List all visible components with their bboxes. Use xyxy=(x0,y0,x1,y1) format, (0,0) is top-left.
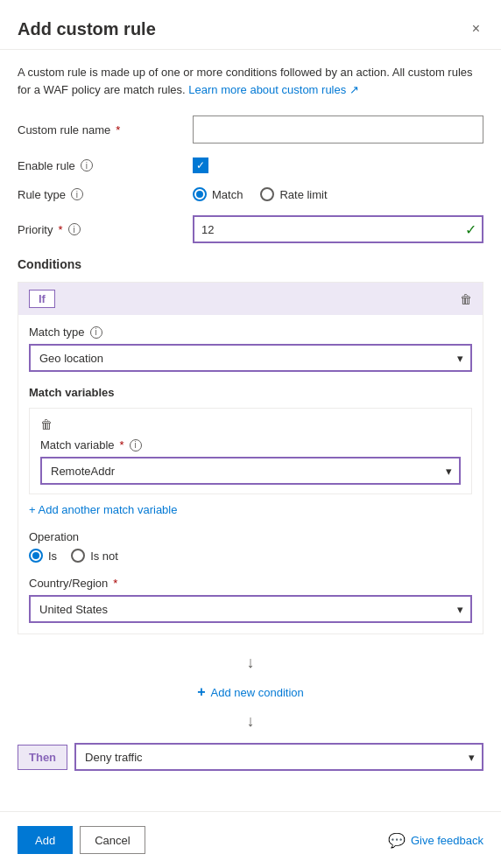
rate-limit-radio-label: Rate limit xyxy=(279,188,327,201)
operation-is-radio-inner xyxy=(32,552,39,559)
operation-is-radio-outer xyxy=(29,549,43,563)
match-variable-info-icon[interactable]: i xyxy=(130,439,142,452)
priority-input-wrapper: ✓ xyxy=(193,215,483,243)
custom-rule-name-row: Custom rule name * xyxy=(18,116,483,144)
down-arrow-icon: ↓ xyxy=(247,654,255,672)
match-radio-inner xyxy=(196,191,203,198)
priority-valid-icon: ✓ xyxy=(465,221,476,238)
custom-rule-name-input[interactable] xyxy=(193,116,483,144)
rule-type-label: Rule type i xyxy=(18,188,193,201)
match-variable-field-label: Match variable * i xyxy=(40,438,461,452)
match-radio-label: Match xyxy=(212,188,243,201)
operation-label: Operation xyxy=(29,530,472,543)
priority-input[interactable] xyxy=(193,215,483,243)
learn-more-link[interactable]: Learn more about custom rules ↗ xyxy=(188,83,359,96)
add-match-variable-link[interactable]: + Add another match variable xyxy=(29,503,177,516)
footer-buttons: Add Cancel xyxy=(18,826,145,854)
operation-is-not-option[interactable]: Is not xyxy=(71,549,118,563)
give-feedback-link[interactable]: 💬 Give feedback xyxy=(388,832,483,849)
arrow-connector-top: ↓ xyxy=(18,648,483,677)
add-condition-plus-icon: + xyxy=(197,684,205,700)
add-new-condition-button[interactable]: + Add new condition xyxy=(18,677,483,707)
country-region-select-wrapper: United States ▾ xyxy=(29,595,472,623)
if-delete-icon[interactable]: 🗑 xyxy=(460,292,472,306)
required-star: * xyxy=(116,123,120,136)
match-radio-outer xyxy=(193,187,207,201)
rule-type-control: Match Rate limit xyxy=(193,187,483,201)
operation-is-not-radio-outer xyxy=(71,549,85,563)
rule-type-match-option[interactable]: Match xyxy=(193,187,243,201)
enable-rule-info-icon[interactable]: i xyxy=(81,159,93,172)
priority-label: Priority * i xyxy=(18,223,193,236)
match-variable-trash-wrapper: 🗑 xyxy=(40,417,461,431)
then-section: Then Deny traffic Allow traffic Log ▾ xyxy=(18,743,483,771)
then-action-select[interactable]: Deny traffic Allow traffic Log xyxy=(74,743,483,771)
description-text: A custom rule is made up of one or more … xyxy=(18,64,483,98)
if-label: If xyxy=(29,290,55,308)
then-select-wrapper: Deny traffic Allow traffic Log ▾ xyxy=(74,743,483,771)
match-variable-delete-icon[interactable]: 🗑 xyxy=(40,417,53,431)
priority-required-star: * xyxy=(58,223,62,236)
operation-is-label: Is xyxy=(48,550,57,563)
match-type-section: Match type i Geo location ▾ xyxy=(18,315,483,379)
rule-type-rate-limit-option[interactable]: Rate limit xyxy=(260,187,327,201)
if-bar: If 🗑 xyxy=(18,283,483,315)
conditions-box: If 🗑 Match type i Geo location ▾ Match xyxy=(18,282,483,634)
add-condition-label: Add new condition xyxy=(211,686,304,699)
custom-rule-name-control xyxy=(193,116,483,144)
then-label: Then xyxy=(18,745,67,770)
feedback-label: Give feedback xyxy=(411,834,483,847)
checkbox-checkmark: ✓ xyxy=(196,159,205,172)
enable-rule-control: ✓ xyxy=(193,158,483,173)
panel-body: A custom rule is made up of one or more … xyxy=(0,50,501,811)
country-region-section: Country/Region * United States ▾ xyxy=(18,570,483,634)
enable-rule-checkbox[interactable]: ✓ xyxy=(193,158,208,173)
match-type-field-label: Match type i xyxy=(29,326,472,339)
enable-rule-row: Enable rule i ✓ xyxy=(18,158,483,173)
operation-section: Operation Is Is not xyxy=(18,523,483,570)
arrow-connector-bottom: ↓ xyxy=(18,707,483,736)
rule-type-row: Rule type i Match Rate limit xyxy=(18,187,483,201)
add-custom-rule-panel: Add custom rule × A custom rule is made … xyxy=(0,0,501,868)
enable-rule-label: Enable rule i xyxy=(18,159,193,172)
close-button[interactable]: × xyxy=(469,18,483,40)
match-type-select-wrapper: Geo location ▾ xyxy=(29,344,472,372)
match-variables-section: Match variables 🗑 Match variable * i Rem… xyxy=(18,379,483,523)
operation-radio-group: Is Is not xyxy=(29,549,472,563)
feedback-icon: 💬 xyxy=(388,832,406,849)
rule-type-info-icon[interactable]: i xyxy=(71,188,83,200)
panel-header: Add custom rule × xyxy=(0,0,501,50)
conditions-section-title: Conditions xyxy=(18,257,483,271)
cancel-button[interactable]: Cancel xyxy=(80,826,145,854)
match-type-select[interactable]: Geo location xyxy=(29,344,472,372)
external-link-icon: ↗ xyxy=(349,83,359,96)
match-variables-title: Match variables xyxy=(29,386,472,399)
rate-limit-radio-outer xyxy=(260,187,274,201)
match-variable-select[interactable]: RemoteAddr xyxy=(40,457,461,485)
priority-info-icon[interactable]: i xyxy=(68,223,81,235)
match-variable-box: 🗑 Match variable * i RemoteAddr ▾ xyxy=(29,408,472,494)
operation-is-not-label: Is not xyxy=(90,550,118,563)
priority-row: Priority * i ✓ xyxy=(18,215,483,243)
rule-type-radio-group: Match Rate limit xyxy=(193,187,483,201)
panel-title: Add custom rule xyxy=(18,19,156,39)
match-variable-select-wrapper: RemoteAddr ▾ xyxy=(40,457,461,485)
add-button[interactable]: Add xyxy=(18,826,73,854)
panel-footer: Add Cancel 💬 Give feedback xyxy=(0,811,501,868)
match-type-info-icon[interactable]: i xyxy=(90,326,102,339)
down-arrow-icon-2: ↓ xyxy=(247,712,255,731)
country-region-field-label: Country/Region * xyxy=(29,577,472,590)
country-region-select[interactable]: United States xyxy=(29,595,472,623)
priority-control: ✓ xyxy=(193,215,483,243)
operation-is-option[interactable]: Is xyxy=(29,549,57,563)
custom-rule-name-label: Custom rule name * xyxy=(18,123,193,136)
